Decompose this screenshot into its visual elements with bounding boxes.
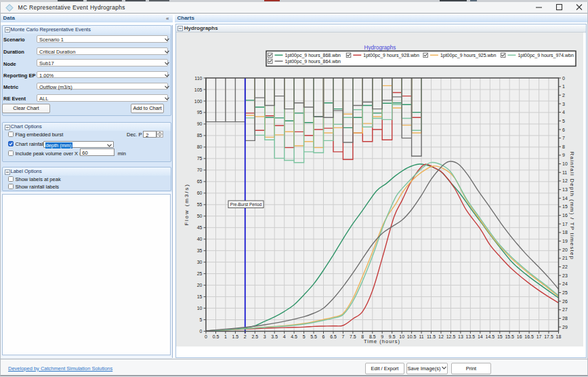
svg-text:11: 11 [419, 334, 423, 339]
svg-text:27: 27 [562, 307, 568, 312]
svg-text:35: 35 [197, 248, 203, 253]
svg-text:3: 3 [264, 334, 266, 339]
svg-text:24: 24 [562, 281, 568, 286]
svg-text:9: 9 [562, 153, 565, 157]
svg-text:3.5: 3.5 [271, 334, 278, 339]
svg-text:12.5: 12.5 [446, 334, 456, 339]
svg-text:50: 50 [197, 214, 203, 218]
svg-text:12: 12 [562, 178, 568, 183]
svg-text:100: 100 [194, 99, 203, 104]
svg-text:1: 1 [224, 334, 227, 339]
svg-text:7: 7 [341, 334, 344, 339]
svg-text:6: 6 [562, 127, 565, 132]
svg-text:1.5: 1.5 [232, 334, 239, 339]
svg-text:3: 3 [562, 102, 565, 106]
svg-text:85: 85 [197, 133, 203, 138]
svg-text:5: 5 [562, 119, 565, 123]
svg-text:1pt00pc_9 hours_868.wbn: 1pt00pc_9 hours_868.wbn [285, 53, 341, 58]
svg-text:Time (hours): Time (hours) [364, 338, 400, 344]
svg-text:0: 0 [562, 76, 565, 81]
svg-text:13.5: 13.5 [466, 334, 476, 339]
svg-text:20: 20 [562, 247, 568, 252]
svg-text:1: 1 [562, 84, 565, 89]
svg-text:0: 0 [205, 334, 207, 339]
svg-text:11: 11 [562, 170, 567, 175]
svg-text:1pt00pc_9 hours_928.wbn: 1pt00pc_9 hours_928.wbn [363, 53, 419, 58]
svg-text:70: 70 [197, 167, 203, 172]
svg-text:13: 13 [562, 187, 568, 192]
svg-text:18: 18 [562, 230, 568, 235]
svg-text:10: 10 [562, 161, 568, 166]
svg-text:1pt00pc_9 hours_864.wbn: 1pt00pc_9 hours_864.wbn [285, 59, 341, 64]
svg-text:13: 13 [458, 334, 463, 339]
svg-text:14.5: 14.5 [485, 334, 495, 339]
svg-text:7: 7 [562, 136, 565, 140]
svg-text:1pt00pc_9 hours_925.wbn: 1pt00pc_9 hours_925.wbn [440, 53, 497, 58]
svg-text:23: 23 [562, 273, 568, 278]
svg-text:18: 18 [556, 334, 562, 339]
svg-text:28: 28 [562, 316, 568, 321]
svg-text:15: 15 [497, 334, 503, 339]
svg-text:15: 15 [562, 204, 568, 209]
svg-text:80: 80 [197, 144, 203, 149]
svg-text:14: 14 [478, 334, 483, 339]
svg-text:16: 16 [562, 213, 568, 218]
svg-text:110: 110 [194, 76, 202, 81]
svg-text:0.5: 0.5 [213, 334, 219, 339]
svg-text:8: 8 [562, 144, 565, 149]
svg-text:20: 20 [197, 283, 203, 287]
svg-text:29: 29 [562, 325, 568, 330]
svg-text:17: 17 [562, 222, 568, 226]
svg-text:21: 21 [562, 256, 568, 260]
svg-text:12: 12 [438, 334, 444, 339]
svg-text:45: 45 [197, 225, 203, 230]
svg-text:30: 30 [197, 260, 203, 264]
svg-text:2.5: 2.5 [251, 334, 258, 339]
svg-text:22: 22 [562, 264, 568, 269]
svg-text:4: 4 [562, 110, 565, 115]
svg-text:5.5: 5.5 [310, 334, 317, 339]
svg-text:25: 25 [197, 271, 203, 276]
svg-text:4.5: 4.5 [291, 334, 297, 339]
svg-text:60: 60 [197, 191, 203, 195]
svg-text:17: 17 [537, 334, 542, 339]
svg-text:105: 105 [194, 87, 203, 92]
svg-text:14: 14 [562, 196, 568, 201]
svg-text:4: 4 [283, 334, 286, 339]
svg-text:Hydrographs: Hydrographs [364, 45, 396, 51]
svg-text:16: 16 [517, 334, 522, 339]
svg-text:16.5: 16.5 [524, 334, 534, 339]
svg-text:Pre-Burst Period: Pre-Burst Period [230, 202, 262, 207]
svg-text:90: 90 [197, 121, 203, 126]
svg-text:10.5: 10.5 [407, 334, 417, 339]
svg-text:55: 55 [197, 202, 203, 207]
svg-text:1pt00pc_9 hours_974.wbn: 1pt00pc_9 hours_974.wbn [518, 53, 574, 58]
svg-text:10: 10 [197, 306, 203, 311]
svg-text:15.5: 15.5 [505, 334, 514, 339]
svg-text:40: 40 [197, 237, 203, 241]
svg-text:95: 95 [197, 110, 203, 115]
svg-text:6.5: 6.5 [330, 334, 337, 339]
svg-text:75: 75 [197, 156, 203, 161]
svg-text:17.5: 17.5 [544, 334, 553, 339]
svg-text:15: 15 [197, 294, 203, 299]
svg-text:2: 2 [244, 334, 247, 339]
svg-text:19: 19 [562, 239, 568, 243]
svg-text:Flow (m3/s): Flow (m3/s) [184, 183, 190, 226]
svg-text:5: 5 [303, 334, 306, 339]
svg-text:26: 26 [562, 299, 568, 304]
svg-text:Rainfall Depth (mm) / TP times: Rainfall Depth (mm) / TP timestep [569, 152, 575, 260]
svg-text:6: 6 [322, 334, 325, 339]
svg-text:11.5: 11.5 [427, 334, 436, 339]
svg-text:2: 2 [562, 93, 565, 98]
svg-text:5: 5 [200, 317, 203, 322]
svg-text:0: 0 [200, 329, 203, 334]
svg-text:25: 25 [562, 290, 568, 295]
svg-text:7.5: 7.5 [350, 334, 356, 339]
svg-text:65: 65 [197, 179, 203, 184]
